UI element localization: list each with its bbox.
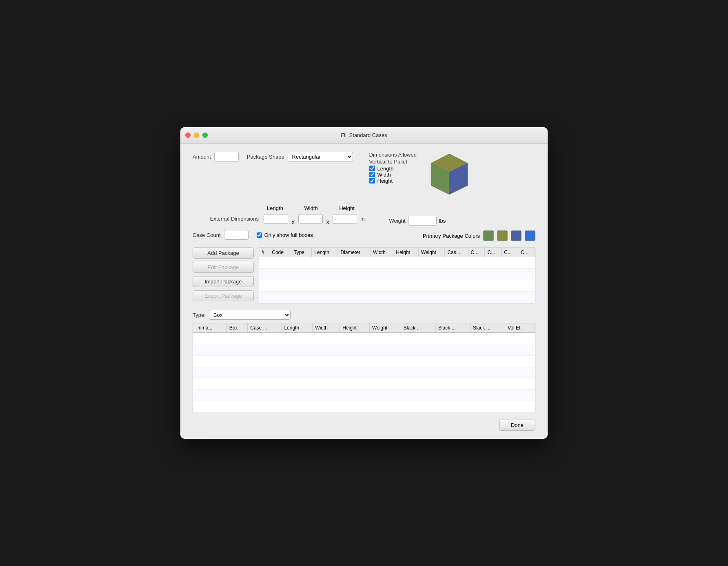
type-select[interactable]: Box Cylinder Custom bbox=[209, 310, 291, 320]
length-checkbox-label: Length bbox=[377, 166, 394, 172]
lower-col-slack1: Slack ... bbox=[401, 323, 435, 333]
minimize-button[interactable] bbox=[194, 133, 199, 138]
width-checkbox-row: Width bbox=[369, 172, 417, 178]
main-window: Fill Standard Cases Amount 0 Package Sha… bbox=[180, 127, 548, 439]
col-weight: Weight bbox=[418, 248, 445, 257]
width-col-label: Width bbox=[298, 205, 324, 211]
lower-col-weight: Weight bbox=[370, 323, 401, 333]
height-checkbox[interactable] bbox=[369, 178, 375, 184]
content-area: Amount 0 Package Shape Rectangular Cylin… bbox=[180, 144, 548, 439]
length-input[interactable]: 5.04 bbox=[264, 214, 288, 224]
lower-col-box: Box bbox=[226, 323, 247, 333]
table-row bbox=[259, 257, 535, 269]
import-package-button[interactable]: Import Package bbox=[193, 276, 254, 287]
amount-input[interactable]: 0 bbox=[214, 152, 239, 161]
show-full-boxes-label: Only show full boxes bbox=[264, 232, 313, 238]
col-c2: C... bbox=[485, 248, 502, 257]
box-3d-preview bbox=[429, 152, 470, 202]
show-full-boxes: Only show full boxes bbox=[257, 232, 313, 238]
type-label: Type: bbox=[193, 312, 206, 318]
height-checkbox-label: Height bbox=[377, 178, 393, 184]
width-checkbox[interactable] bbox=[369, 172, 375, 177]
traffic-lights bbox=[185, 133, 208, 138]
col-height: Height bbox=[393, 248, 418, 257]
x-sep-1: X bbox=[290, 219, 297, 226]
lower-col-height: Height bbox=[340, 323, 370, 333]
dimensions-allowed: Dimensions Allowed Vertical to Pallet Le… bbox=[369, 152, 417, 184]
col-code: Code bbox=[269, 248, 291, 257]
color-swatch-4[interactable] bbox=[525, 230, 535, 241]
lower-table-header: Prima... Box Case ... Length Width Heigh… bbox=[193, 323, 535, 333]
lower-col-volef: Vol Ef. bbox=[505, 323, 535, 333]
color-swatch-2[interactable] bbox=[497, 230, 508, 241]
table-row bbox=[193, 401, 535, 413]
width-checkbox-label: Width bbox=[377, 172, 391, 178]
titlebar: Fill Standard Cases bbox=[180, 127, 548, 144]
done-button[interactable]: Done bbox=[499, 420, 535, 431]
maximize-button[interactable] bbox=[202, 133, 208, 138]
edit-package-button[interactable]: Edit Package bbox=[193, 262, 254, 273]
case-count-input[interactable]: 0 bbox=[224, 230, 249, 240]
col-length: Length bbox=[312, 248, 338, 257]
col-hash: # bbox=[259, 248, 269, 257]
table-row bbox=[193, 390, 535, 401]
weight-unit-label: lbs bbox=[439, 218, 446, 224]
table-row bbox=[193, 344, 535, 356]
ext-dims-label: External Dimensions bbox=[193, 216, 262, 222]
weight-section: Weight 2.205 lbs bbox=[389, 213, 446, 226]
package-shape-group: Package Shape Rectangular Cylindrical Cu… bbox=[247, 152, 353, 161]
lower-col-width: Width bbox=[313, 323, 340, 333]
case-count-label: Case Count bbox=[193, 232, 221, 238]
window-title: Fill Standard Cases bbox=[341, 132, 387, 138]
height-input[interactable]: 6.89 bbox=[333, 214, 357, 224]
col-width: Width bbox=[370, 248, 393, 257]
col-c3: C... bbox=[502, 248, 518, 257]
show-full-boxes-checkbox[interactable] bbox=[257, 232, 262, 238]
dims-allowed-title: Dimensions Allowed Vertical to Pallet bbox=[369, 152, 417, 166]
upper-table-container: # Code Type Length Diameter Width Height… bbox=[259, 248, 535, 303]
weight-row: Weight 2.205 lbs bbox=[389, 216, 446, 226]
lower-col-slack2: Slack ... bbox=[435, 323, 470, 333]
table-row bbox=[259, 269, 535, 280]
button-column: Add Package Edit Package Import Package … bbox=[193, 248, 254, 303]
ext-dims-section: Length Width Height External Dimensions … bbox=[193, 205, 364, 226]
primary-colors-label: Primary Package Colors bbox=[423, 233, 480, 239]
export-package-button[interactable]: Export Package bbox=[193, 290, 254, 301]
amount-group: Amount 0 bbox=[193, 152, 239, 161]
primary-colors-section: Primary Package Colors bbox=[423, 229, 535, 241]
buttons-and-table: Add Package Edit Package Import Package … bbox=[193, 248, 535, 303]
amount-label: Amount bbox=[193, 154, 211, 160]
lower-col-slack3: Slack ... bbox=[470, 323, 505, 333]
lower-col-prima: Prima... bbox=[193, 323, 226, 333]
add-package-button[interactable]: Add Package bbox=[193, 248, 254, 259]
col-c1: C... bbox=[468, 248, 485, 257]
color-swatch-1[interactable] bbox=[483, 230, 494, 241]
package-shape-select[interactable]: Rectangular Cylindrical Custom bbox=[288, 152, 353, 161]
lower-table-container: Prima... Box Case ... Length Width Heigh… bbox=[193, 323, 535, 413]
height-col-label: Height bbox=[334, 205, 360, 211]
length-col-label: Length bbox=[262, 205, 288, 211]
table-row bbox=[193, 367, 535, 378]
color-swatch-3[interactable] bbox=[511, 230, 522, 241]
weight-label: Weight bbox=[389, 218, 405, 224]
case-count-group: Case Count 0 bbox=[193, 230, 249, 240]
close-button[interactable] bbox=[185, 133, 191, 138]
table-row bbox=[259, 292, 535, 303]
weight-input[interactable]: 2.205 bbox=[408, 216, 437, 226]
table-row bbox=[193, 333, 535, 344]
width-input[interactable]: 4.45 bbox=[298, 214, 323, 224]
length-checkbox[interactable] bbox=[369, 166, 375, 171]
unit-label: in bbox=[360, 216, 364, 222]
x-sep-2: X bbox=[324, 219, 331, 226]
col-type: Type bbox=[291, 248, 311, 257]
upper-table-header: # Code Type Length Diameter Width Height… bbox=[259, 248, 535, 257]
col-cas: Cas... bbox=[445, 248, 468, 257]
lower-table: Prima... Box Case ... Length Width Heigh… bbox=[193, 323, 535, 413]
length-checkbox-row: Length bbox=[369, 166, 417, 172]
table-row bbox=[193, 378, 535, 390]
table-row bbox=[259, 280, 535, 292]
table-row bbox=[193, 356, 535, 367]
col-c4: C... bbox=[518, 248, 535, 257]
col-diameter: Diameter bbox=[338, 248, 371, 257]
package-shape-label: Package Shape bbox=[247, 154, 284, 160]
